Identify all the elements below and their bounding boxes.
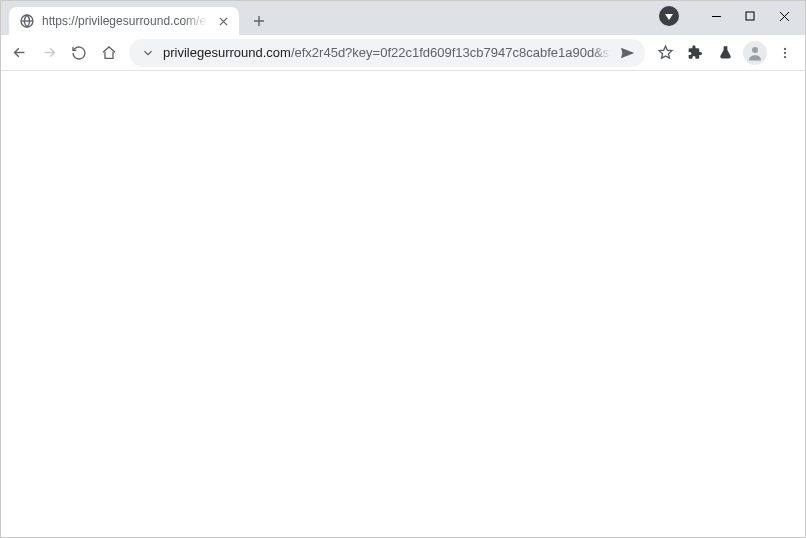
browser-window: https://privilegesurround.com/ef: [0, 0, 806, 538]
share-icon[interactable]: [619, 45, 635, 61]
url-domain: privilegesurround.com: [163, 45, 291, 60]
menu-button[interactable]: [771, 39, 799, 67]
site-info-icon[interactable]: [141, 46, 155, 60]
forward-button[interactable]: [35, 39, 63, 67]
profile-button[interactable]: [741, 39, 769, 67]
svg-point-4: [784, 51, 786, 53]
toolbar: privilegesurround.com/efx2r45d?key=0f22c…: [1, 35, 805, 71]
address-bar[interactable]: privilegesurround.com/efx2r45d?key=0f22c…: [129, 39, 645, 67]
home-button[interactable]: [95, 39, 123, 67]
avatar-icon: [743, 41, 767, 65]
window-close-button[interactable]: [767, 1, 801, 31]
back-button[interactable]: [5, 39, 33, 67]
tab-title: https://privilegesurround.com/ef: [42, 14, 208, 28]
svg-point-2: [752, 47, 758, 53]
window-controls: [659, 1, 801, 31]
bookmark-button[interactable]: [651, 39, 679, 67]
url-path: /efx2r45d?key=0f22c1fd609f13cb7947c8cabf…: [291, 45, 611, 60]
url-text: privilegesurround.com/efx2r45d?key=0f22c…: [163, 45, 611, 60]
window-minimize-button[interactable]: [699, 1, 733, 31]
tab-close-button[interactable]: [215, 13, 231, 29]
svg-point-3: [784, 47, 786, 49]
window-maximize-button[interactable]: [733, 1, 767, 31]
extensions-button[interactable]: [681, 39, 709, 67]
browser-tab[interactable]: https://privilegesurround.com/ef: [9, 7, 239, 35]
labs-button[interactable]: [711, 39, 739, 67]
new-tab-button[interactable]: [245, 7, 273, 35]
update-available-icon[interactable]: [659, 6, 679, 26]
svg-point-5: [784, 55, 786, 57]
globe-icon: [19, 13, 35, 29]
reload-button[interactable]: [65, 39, 93, 67]
toolbar-right: [651, 39, 799, 67]
svg-rect-1: [746, 12, 754, 20]
page-content: [1, 71, 805, 537]
tab-strip: https://privilegesurround.com/ef: [1, 1, 805, 35]
